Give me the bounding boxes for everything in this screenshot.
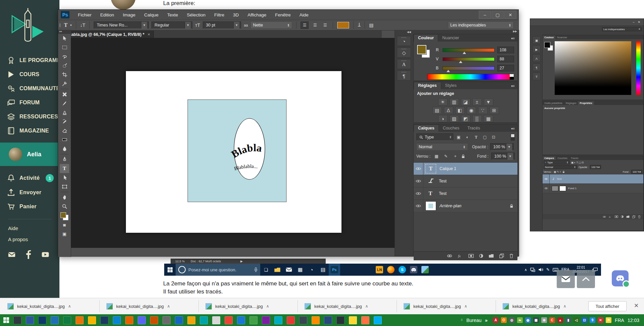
mini-tab-couches[interactable]: Couches bbox=[556, 156, 569, 160]
new-layer-icon[interactable] bbox=[499, 254, 504, 258]
mini-blend-mode[interactable]: Normal⇕ bbox=[544, 165, 577, 169]
sidebar-item-cours[interactable]: COURS bbox=[0, 67, 59, 82]
mini-opacity[interactable]: 100 % ▾ bbox=[590, 165, 601, 169]
new-layer-icon[interactable] bbox=[632, 215, 635, 218]
photos-icon[interactable] bbox=[419, 264, 431, 276]
sidebar-link-aide[interactable]: Aide bbox=[0, 223, 59, 234]
sidebar-link-apropos[interactable]: A propos bbox=[0, 234, 59, 245]
path-selection-tool[interactable] bbox=[60, 173, 69, 182]
download-caret-icon[interactable]: ∧ bbox=[464, 304, 467, 309]
zoom-tool[interactable] bbox=[60, 202, 69, 211]
quick-mask-icon[interactable]: ◙ bbox=[60, 220, 69, 229]
start-button-icon[interactable] bbox=[164, 264, 176, 276]
visibility-eye-icon[interactable] bbox=[543, 184, 550, 193]
new-group-icon[interactable] bbox=[489, 254, 494, 258]
layer-style-fx-icon[interactable] bbox=[458, 254, 463, 258]
taskbar-app-icon[interactable] bbox=[88, 316, 96, 324]
tray-icon[interactable]: A bbox=[493, 317, 499, 323]
menu-3d[interactable]: 3D bbox=[229, 12, 243, 17]
tab-styles[interactable]: Styles bbox=[441, 82, 461, 89]
tray-icon[interactable]: ⚑ bbox=[606, 317, 611, 323]
download-item[interactable]: kekai_kotaki_digita....jpg ∧ bbox=[3, 301, 75, 312]
screen-mode-icon[interactable]: ▣ bbox=[60, 229, 69, 238]
mini-minimize-icon[interactable]: – bbox=[633, 20, 634, 24]
menu-affichage[interactable]: Affichage bbox=[243, 12, 271, 17]
color-swatches[interactable] bbox=[417, 45, 430, 58]
taskbar-app-icon[interactable] bbox=[13, 316, 21, 324]
explorer-icon[interactable] bbox=[272, 264, 283, 276]
add-mask-icon[interactable] bbox=[615, 215, 618, 218]
show-all-downloads-button[interactable]: Tout afficher bbox=[588, 301, 627, 311]
panel-menu-icon[interactable]: ▾≡ bbox=[511, 84, 517, 89]
blur-tool[interactable] bbox=[60, 144, 69, 153]
lock-pixels-icon[interactable]: ✎ bbox=[443, 154, 449, 159]
invert-adjustment-icon[interactable]: ◑ bbox=[438, 115, 448, 122]
mini-panel-icon[interactable]: ▣ bbox=[533, 36, 541, 44]
taskbar-app-icon[interactable] bbox=[349, 316, 357, 324]
tab-couleur[interactable]: Couleur bbox=[414, 34, 438, 42]
menu-aide[interactable]: Aide bbox=[295, 12, 313, 17]
collapse-icon[interactable]: ◀◀ bbox=[395, 30, 413, 35]
layer-row-test[interactable]: T Test bbox=[414, 187, 517, 200]
taskbar-app-icon[interactable] bbox=[76, 316, 84, 324]
font-style-select[interactable]: Regular ▼ bbox=[151, 21, 192, 29]
mini-close-icon[interactable]: ✕ bbox=[638, 20, 640, 24]
youtube-icon[interactable] bbox=[42, 250, 49, 259]
brush-tool[interactable] bbox=[60, 99, 69, 108]
scroll-top-button[interactable] bbox=[577, 270, 595, 288]
discord-icon[interactable] bbox=[408, 264, 419, 276]
tray-icon[interactable]: ⊡ bbox=[582, 317, 587, 323]
hue-saturation-adjustment-icon[interactable]: ▤ bbox=[432, 107, 442, 114]
collapse-icon[interactable]: ▶▶ bbox=[513, 30, 517, 33]
menu-edition[interactable]: Edition bbox=[96, 12, 119, 17]
mini-panel-icon[interactable]: Ÿ bbox=[533, 72, 541, 80]
color-balance-adjustment-icon[interactable]: Δ bbox=[444, 107, 453, 114]
menu-fichier[interactable]: Fichier bbox=[74, 12, 96, 17]
anti-alias-select[interactable]: Nette ⇕ bbox=[250, 21, 292, 29]
start-button-icon[interactable] bbox=[3, 317, 9, 323]
download-caret-icon[interactable]: ∧ bbox=[68, 304, 71, 309]
mini-color-picker-field[interactable] bbox=[555, 41, 631, 95]
taskbar-app-icon[interactable] bbox=[125, 316, 133, 324]
firefox-icon[interactable] bbox=[385, 264, 397, 276]
network-icon[interactable] bbox=[530, 268, 535, 272]
sidebar-item-forum[interactable]: FORUM bbox=[0, 96, 59, 110]
warp-text-icon[interactable]: Ʇ bbox=[358, 22, 361, 28]
taskbar-app-icon[interactable] bbox=[187, 316, 195, 324]
sidebar-item-panier[interactable]: Panier bbox=[0, 200, 59, 214]
filter-type-layers-icon[interactable]: T bbox=[473, 135, 479, 140]
minimize-icon[interactable]: – bbox=[479, 11, 491, 19]
visibility-eye-icon[interactable] bbox=[414, 175, 423, 187]
taskbar-app-icon[interactable] bbox=[163, 316, 171, 324]
visibility-eye-icon[interactable] bbox=[414, 200, 423, 212]
toggle-panels-icon[interactable]: ▤ bbox=[369, 22, 373, 28]
sidebar-item-ressources[interactable]: RESSOURCES bbox=[0, 110, 59, 124]
link-layers-icon[interactable] bbox=[603, 216, 606, 218]
tray-icon[interactable]: ✕ bbox=[598, 317, 603, 323]
tab-close-icon[interactable]: × bbox=[148, 32, 150, 37]
font-size-select[interactable]: 30 pt ▼ bbox=[203, 21, 241, 29]
font-family-select[interactable]: Times New Ro... ▼ bbox=[94, 21, 149, 29]
cortana-search-field[interactable]: Posez-moi une question. bbox=[176, 264, 260, 276]
photoshop-taskbar-icon[interactable]: Ps bbox=[329, 264, 340, 276]
align-left-button[interactable]: ☰ bbox=[301, 21, 309, 29]
lock-all-icon[interactable] bbox=[461, 154, 465, 159]
mic-icon[interactable] bbox=[254, 267, 258, 272]
mini-tab-couleur[interactable]: Couleur bbox=[543, 36, 555, 39]
document-canvas[interactable]: Blabla Blablabla... bbox=[126, 71, 341, 233]
sidebar-item-programme[interactable]: LE PROGRAMME bbox=[0, 53, 59, 67]
mini-workspace-select[interactable]: Les indispensables⇕ bbox=[602, 27, 642, 31]
eraser-tool[interactable] bbox=[60, 126, 69, 135]
download-item[interactable]: kekai_kotaki_digita....jpg ∧ bbox=[201, 301, 273, 312]
clone-stamp-tool[interactable] bbox=[60, 108, 69, 117]
panel-menu-icon[interactable]: ▾≡ bbox=[511, 37, 517, 42]
curves-adjustment-icon[interactable]: ◪ bbox=[461, 98, 470, 106]
delete-layer-icon[interactable] bbox=[638, 215, 641, 218]
contact-mail-button[interactable] bbox=[557, 270, 575, 288]
fill-input[interactable]: 100 % ▼ bbox=[491, 153, 515, 160]
calendar-icon[interactable]: ▤ bbox=[317, 264, 329, 276]
value-b[interactable]: 27 bbox=[497, 65, 514, 71]
download-item[interactable]: kekai_kotaki_digita....jpg ∧ bbox=[499, 301, 570, 312]
brightness-adjustment-icon[interactable]: ☀ bbox=[438, 98, 448, 106]
lasso-tool[interactable] bbox=[60, 52, 69, 61]
